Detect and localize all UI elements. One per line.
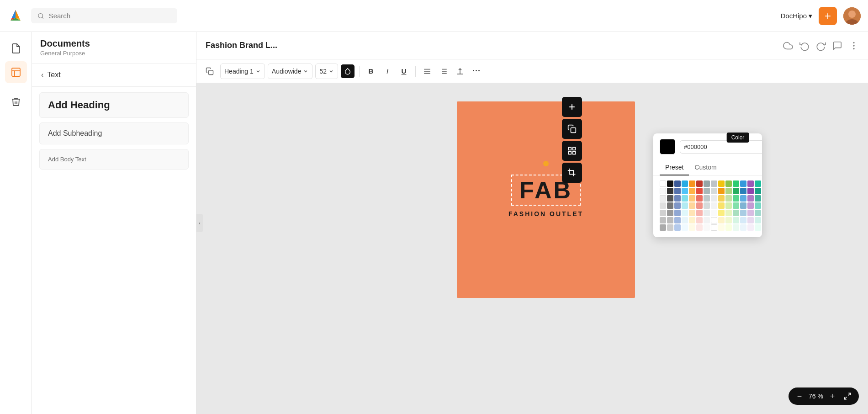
canvas-scroll[interactable]: FAB FASHION OUTLET Color ✕ (196, 83, 868, 414)
collapse-handle[interactable]: ‹ (196, 214, 203, 232)
color-cell[interactable] (674, 210, 681, 216)
color-cell[interactable] (682, 188, 688, 194)
save-to-cloud-button[interactable] (783, 41, 793, 51)
color-cell[interactable] (674, 188, 681, 194)
color-cell[interactable] (674, 217, 681, 223)
color-cell[interactable] (704, 217, 710, 223)
search-input[interactable] (49, 12, 171, 20)
color-cell[interactable] (667, 217, 673, 223)
color-cell[interactable] (667, 195, 673, 202)
color-cell[interactable] (718, 180, 725, 187)
color-cell[interactable] (718, 210, 725, 216)
color-cell[interactable] (682, 202, 688, 209)
color-cell[interactable] (755, 180, 761, 187)
color-cell[interactable] (696, 195, 703, 202)
color-cell[interactable] (755, 188, 761, 194)
color-cell[interactable] (682, 217, 688, 223)
add-button[interactable]: + (819, 7, 837, 25)
more-options-button[interactable] (849, 41, 859, 51)
custom-tab[interactable]: Custom (689, 160, 722, 175)
align-button[interactable] (420, 64, 434, 78)
color-cell[interactable] (725, 180, 732, 187)
color-cell[interactable] (718, 224, 725, 231)
sidebar-item-documents[interactable] (5, 37, 27, 59)
color-cell[interactable] (660, 217, 666, 223)
sidebar-item-templates[interactable] (5, 61, 27, 83)
color-cell[interactable] (711, 180, 717, 187)
color-cell[interactable] (725, 217, 732, 223)
color-cell[interactable] (660, 224, 666, 231)
text-style-button[interactable] (453, 64, 467, 78)
color-cell[interactable] (725, 195, 732, 202)
color-cell[interactable] (674, 195, 681, 202)
crop-button[interactable] (562, 163, 582, 183)
color-cell[interactable] (704, 202, 710, 209)
color-cell[interactable] (725, 188, 732, 194)
color-cell[interactable] (689, 217, 695, 223)
avatar[interactable] (843, 7, 861, 25)
color-cell[interactable] (667, 188, 673, 194)
rotate-handle[interactable] (543, 161, 549, 166)
add-heading-item[interactable]: Add Heading (39, 92, 189, 118)
font-size-select[interactable]: 52 (315, 64, 338, 79)
color-cell[interactable] (674, 202, 681, 209)
zoom-expand-button[interactable] (842, 390, 853, 402)
color-cell[interactable] (711, 210, 717, 216)
color-cell[interactable] (704, 224, 710, 231)
color-cell[interactable] (660, 188, 666, 194)
color-cell[interactable] (689, 202, 695, 209)
add-element-button[interactable] (562, 97, 582, 117)
color-cell[interactable] (755, 195, 761, 202)
color-cell[interactable] (667, 202, 673, 209)
hex-input[interactable] (680, 140, 762, 154)
color-cell[interactable] (704, 210, 710, 216)
color-cell[interactable] (711, 224, 717, 231)
color-cell[interactable] (704, 188, 710, 194)
color-cell[interactable] (733, 217, 739, 223)
color-cell[interactable] (747, 202, 754, 209)
list-button[interactable] (437, 64, 450, 78)
more-text-options-button[interactable]: ··· (470, 64, 483, 78)
color-cell[interactable] (689, 188, 695, 194)
fashion-outlet-text[interactable]: FASHION OUTLET (508, 210, 583, 218)
color-cell[interactable] (674, 180, 681, 187)
color-cell[interactable] (747, 224, 754, 231)
color-cell[interactable] (711, 217, 717, 223)
color-cell[interactable] (740, 217, 746, 223)
fab-text-element[interactable]: FAB FASHION OUTLET (475, 175, 617, 218)
grid-view-button[interactable] (562, 141, 582, 161)
color-cell[interactable] (725, 210, 732, 216)
zoom-in-button[interactable]: + (827, 391, 838, 402)
color-cell[interactable] (740, 210, 746, 216)
color-cell[interactable] (733, 224, 739, 231)
color-cell[interactable] (733, 195, 739, 202)
color-cell[interactable] (689, 195, 695, 202)
color-cell[interactable] (740, 180, 746, 187)
color-cell[interactable] (711, 195, 717, 202)
color-cell[interactable] (725, 202, 732, 209)
color-button[interactable] (341, 64, 355, 78)
color-cell[interactable] (740, 195, 746, 202)
brand-label[interactable]: DocHipo ▾ (780, 12, 812, 20)
sidebar-item-trash[interactable] (5, 91, 27, 113)
color-cell[interactable] (689, 224, 695, 231)
color-cell[interactable] (667, 224, 673, 231)
duplicate-button[interactable] (562, 119, 582, 139)
preset-tab[interactable]: Preset (660, 160, 689, 175)
color-cell[interactable] (660, 210, 666, 216)
color-cell[interactable] (711, 188, 717, 194)
color-cell[interactable] (718, 217, 725, 223)
color-cell[interactable] (740, 224, 746, 231)
color-cell[interactable] (733, 188, 739, 194)
color-cell[interactable] (682, 210, 688, 216)
bold-button[interactable]: B (364, 64, 378, 78)
comment-button[interactable] (832, 41, 842, 51)
color-cell[interactable] (740, 202, 746, 209)
color-cell[interactable] (704, 180, 710, 187)
color-cell[interactable] (696, 188, 703, 194)
color-cell[interactable] (704, 195, 710, 202)
back-button[interactable]: ‹ (41, 71, 43, 79)
color-cell[interactable] (682, 195, 688, 202)
color-cell[interactable] (660, 195, 666, 202)
zoom-out-button[interactable]: − (794, 391, 805, 402)
